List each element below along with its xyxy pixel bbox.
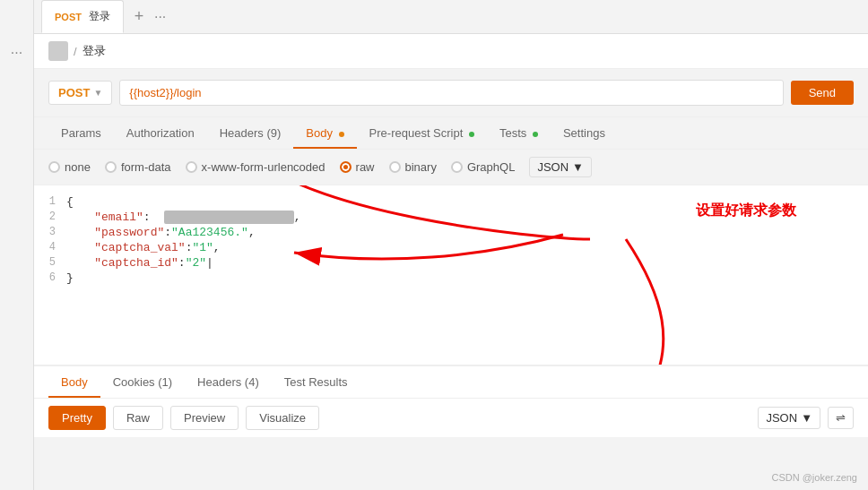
option-graphql-label: GraphQL <box>467 160 515 174</box>
option-urlencoded-label: x-www-form-urlencoded <box>202 160 326 174</box>
visualize-button[interactable]: Visualize <box>246 406 319 430</box>
bottom-tab-cookies[interactable]: Cookies (1) <box>100 366 185 398</box>
line-content-1: { <box>66 195 74 209</box>
breadcrumb-separator: / <box>74 45 77 58</box>
tests-dot <box>533 132 538 137</box>
tab-tests[interactable]: Tests <box>487 117 551 149</box>
option-raw[interactable]: raw <box>340 160 375 174</box>
radio-graphql <box>451 161 463 173</box>
tab-params[interactable]: Params <box>48 117 114 149</box>
tab-method: POST <box>55 12 82 22</box>
line-num-3: 3 <box>34 226 66 238</box>
body-options: none form-data x-www-form-urlencoded raw… <box>34 150 868 185</box>
breadcrumb: / 登录 <box>34 34 868 69</box>
option-none-label: none <box>65 160 91 174</box>
option-raw-label: raw <box>356 160 375 174</box>
raw-button[interactable]: Raw <box>113 406 163 430</box>
line-num-2: 2 <box>34 211 66 223</box>
option-none[interactable]: none <box>48 160 91 174</box>
json-type-select[interactable]: JSON ▼ <box>529 157 592 177</box>
tab-body[interactable]: Body <box>293 117 356 149</box>
radio-none <box>48 161 60 173</box>
code-line-4: 4 "captcha_val":"1", <box>34 240 868 255</box>
json-type-chevron-icon: ▼ <box>572 160 584 174</box>
option-graphql[interactable]: GraphQL <box>451 160 515 174</box>
bottom-tab-test-results[interactable]: Test Results <box>272 366 360 398</box>
line-content-5: "captcha_id":"2"| <box>66 256 213 270</box>
bottom-json-label: JSON <box>766 411 797 425</box>
watermark: CSDN @joker.zeng <box>771 472 857 483</box>
option-binary[interactable]: binary <box>389 160 437 174</box>
url-bar: POST ▼ Send <box>34 69 868 117</box>
pre-request-dot <box>469 132 474 137</box>
main-tab[interactable]: POST 登录 <box>41 0 124 33</box>
tab-authorization[interactable]: Authorization <box>114 117 207 149</box>
json-type-label: JSON <box>537 160 569 174</box>
bottom-section: Body Cookies (1) Headers (4) Test Result… <box>34 365 868 437</box>
method-select[interactable]: POST ▼ <box>48 81 112 105</box>
line-num-5: 5 <box>34 256 66 269</box>
url-input[interactable] <box>119 80 783 106</box>
tab-name: 登录 <box>89 9 110 24</box>
radio-raw <box>340 161 352 173</box>
tab-pre-request[interactable]: Pre-request Script <box>357 117 487 149</box>
send-button[interactable]: Send <box>791 81 854 105</box>
radio-binary <box>389 161 401 173</box>
breadcrumb-current: 登录 <box>82 43 106 59</box>
tab-settings[interactable]: Settings <box>551 117 618 149</box>
radio-urlencoded <box>186 161 197 173</box>
line-num-4: 4 <box>34 241 66 254</box>
option-form-data[interactable]: form-data <box>105 160 171 174</box>
tab-headers[interactable]: Headers (9) <box>207 117 294 149</box>
method-label: POST <box>58 86 90 99</box>
method-chevron-icon: ▼ <box>93 88 102 98</box>
option-binary-label: binary <box>405 160 437 174</box>
bottom-tab-body[interactable]: Body <box>48 366 100 398</box>
sidebar-dots[interactable]: ··· <box>11 45 22 61</box>
tab-more-button[interactable]: ··· <box>154 9 166 25</box>
annotation-text: 设置好请求参数 <box>696 202 796 220</box>
code-line-3: 3 "password":"Aa123456.", <box>34 225 868 240</box>
line-content-3: "password":"Aa123456.", <box>66 226 256 239</box>
sidebar-strip: ··· <box>0 0 34 490</box>
pretty-button[interactable]: Pretty <box>48 406 106 430</box>
bottom-tabs-nav: Body Cookies (1) Headers (4) Test Result… <box>34 366 868 399</box>
code-editor-wrapper: 1 { 2 "email": , 3 "password":"Aa123456.… <box>34 185 868 365</box>
content-area: POST 登录 + ··· / 登录 POST ▼ Send Params Au… <box>34 0 868 490</box>
preview-button[interactable]: Preview <box>170 406 239 430</box>
bottom-tab-headers[interactable]: Headers (4) <box>185 366 272 398</box>
line-content-2: "email": , <box>66 211 300 224</box>
option-urlencoded[interactable]: x-www-form-urlencoded <box>186 160 326 174</box>
bottom-json-select[interactable]: JSON ▼ <box>758 407 820 429</box>
code-line-5: 5 "captcha_id":"2"| <box>34 255 868 271</box>
tab-bar: POST 登录 + ··· <box>34 0 868 34</box>
line-num-1: 1 <box>34 195 66 208</box>
breadcrumb-avatar <box>48 41 68 61</box>
tab-add-button[interactable]: + <box>127 5 151 29</box>
email-value-blurred <box>164 211 293 224</box>
format-button[interactable]: ⇌ <box>828 407 854 429</box>
bottom-json-chevron-icon: ▼ <box>801 411 812 425</box>
line-content-6: } <box>66 271 74 285</box>
radio-form-data <box>105 161 117 173</box>
body-dot <box>339 132 344 137</box>
option-form-data-label: form-data <box>121 160 171 174</box>
bottom-bar: Pretty Raw Preview Visualize JSON ▼ ⇌ <box>34 399 868 437</box>
line-content-4: "captcha_val":"1", <box>66 241 221 254</box>
line-num-6: 6 <box>34 271 66 284</box>
request-tabs: Params Authorization Headers (9) Body Pr… <box>34 117 868 150</box>
code-line-6: 6 } <box>34 271 868 286</box>
